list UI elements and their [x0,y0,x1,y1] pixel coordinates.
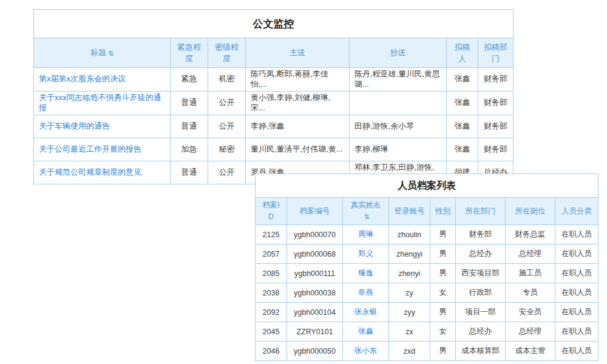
personnel-table-title-row: 人员档案列表 [256,174,599,198]
cell-name: 臻逸 [343,264,389,283]
cell-post: 总经理 [506,244,555,264]
table-row: 2046 ygbh000050 张小东 zxd 男 成本核算部 成本主管 在职人… [256,342,599,361]
cell-name: 章燕 [343,283,389,303]
cell-name: 张鑫 [343,322,389,342]
cell-id: 2038 [256,283,287,303]
cell-urgency: 普通 [171,161,208,184]
cell-account: zxd [389,342,430,361]
doc-col-dept: 拟稿部门 [478,38,514,68]
cell-gender: 男 [430,342,456,361]
page-canvas: 公文监控 标题⇅ 紧急程度 密级程度 主送 抄送 拟稿人 拟稿部门 第x届第x次… [0,0,607,364]
personnel-col-name-label: 真实姓名 [351,201,381,209]
person-name-link[interactable]: 章燕 [358,288,373,297]
cell-urgency: 加急 [171,138,208,161]
doc-table-header-row: 标题⇅ 紧急程度 密级程度 主送 抄送 拟稿人 拟稿部门 [34,38,514,68]
cell-code: ygbh000038 [287,283,343,303]
doc-col-title-label: 标题 [90,48,106,57]
cell-secrecy: 秘密 [208,138,246,161]
cell-dept: 总经办 [456,322,506,342]
doc-title-link[interactable]: 关于规范公司规章制度的意见 [39,167,141,177]
cell-main: 李婷,张鑫 [246,115,350,138]
cell-account: zhengyi [389,244,430,264]
cell-dept: 财务部 [456,225,506,244]
cell-category: 在职人员 [555,342,599,361]
cell-post: 总经理 [506,322,555,342]
personnel-list-table: 人员档案列表 档案ID 档案编号 真实姓名⇅ 登录账号 性别 所在部门 所在岗位… [255,174,599,361]
cell-name: 张永银 [343,303,389,322]
cell-main: 陈巧凤,断郎,蒋丽,李佳怡,... [246,68,350,92]
sort-icon[interactable]: ⇅ [108,49,114,59]
cell-id: 2092 [256,303,287,322]
cell-category: 在职人员 [555,225,599,244]
personnel-col-gender: 性别 [430,198,456,225]
cell-dept: 财务部 [478,138,514,161]
cell-name: 郑义 [343,244,389,264]
person-name-link[interactable]: 张小东 [354,346,378,355]
doc-table-title: 公文监控 [34,10,514,38]
cell-code: ygbh000068 [287,244,343,264]
person-name-link[interactable]: 臻逸 [358,269,373,277]
cell-drafter: 张鑫 [447,115,478,138]
table-row: 关于车辆使用的通告 普通 公开 李婷,张鑫 田静,游恢,余小琴 张鑫 财务部 [34,115,514,138]
doc-col-drafter: 拟稿人 [447,38,478,68]
cell-code: ygbh000111 [287,264,343,283]
cell-dept: 成本核算部 [456,342,506,361]
person-name-link[interactable]: 张永银 [354,308,378,316]
cell-dept: 项目一部 [456,303,506,322]
table-row: 关于xxx同志临危不惧勇斗歹徒的通报 普通 公开 黄小强,李婷,刘健,柳琳,宋.… [34,91,514,115]
doc-title-link[interactable]: 关于xxx同志临危不惧勇斗歹徒的通报 [39,93,161,112]
cell-id: 2085 [256,264,287,283]
cell-id: 2125 [256,225,287,244]
cell-id: 2046 [256,342,287,361]
person-name-link[interactable]: 周琳 [358,230,373,238]
cell-post: 成本主管 [506,342,555,361]
cell-title: 第x届第x次股东会的决议 [34,68,171,92]
cell-account: zyy [389,303,430,322]
cell-account: zy [389,283,430,303]
sort-icon[interactable]: ⇅ [364,212,369,222]
doc-col-title[interactable]: 标题⇅ [34,38,171,68]
personnel-col-code: 档案编号 [287,198,343,225]
cell-id: 2057 [256,244,287,264]
doc-title-link[interactable]: 第x届第x次股东会的决议 [39,74,126,83]
doc-col-main: 主送 [246,38,350,68]
cell-post: 施工员 [506,264,555,283]
doc-col-secrecy: 密级程度 [208,38,246,68]
doc-title-link[interactable]: 关于车辆使用的通告 [39,121,110,130]
doc-col-urgency: 紧急程度 [171,38,208,68]
cell-main: 董川民,董清平,付伟璐,黄... [246,138,350,161]
cell-title: 关于xxx同志临危不惧勇斗歹徒的通报 [34,91,171,115]
cell-secrecy: 公开 [208,115,246,138]
personnel-col-id: 档案ID [256,198,287,225]
personnel-col-name[interactable]: 真实姓名⇅ [343,198,389,225]
cell-code: ZZRY0101 [287,322,343,342]
personnel-col-category: 人员分类 [555,198,599,225]
cell-name: 周琳 [343,225,389,244]
table-row: 2045 ZZRY0101 张鑫 zx 女 总经办 总经理 在职人员 [256,322,599,342]
cell-title: 关于车辆使用的通告 [34,115,171,138]
cell-name: 张小东 [343,342,389,361]
cell-secrecy: 公开 [208,161,246,184]
cell-code: ygbh000070 [287,225,343,244]
table-row: 2057 ygbh000068 郑义 zhengyi 男 总经办 总经理 在职人… [256,244,599,264]
doc-col-cc: 抄送 [350,38,447,68]
cell-account: zhenyi [389,264,430,283]
cell-drafter: 张鑫 [447,68,478,92]
cell-dept: 财务部 [478,91,514,115]
cell-id: 2045 [256,322,287,342]
cell-urgency: 普通 [171,91,208,115]
cell-cc: 李婷,柳琳 [350,138,447,161]
table-row: 2038 ygbh000038 章燕 zy 女 行政部 专员 在职人员 [256,283,599,303]
cell-drafter: 张鑫 [447,91,478,115]
doc-title-link[interactable]: 关于公司最近工作开展的报告 [39,144,141,153]
cell-category: 在职人员 [555,244,599,264]
cell-post: 专员 [506,283,555,303]
personnel-table-title: 人员档案列表 [256,174,599,198]
person-name-link[interactable]: 张鑫 [358,327,373,335]
cell-gender: 女 [430,322,456,342]
cell-main: 黄小强,李婷,刘健,柳琳,宋... [246,91,350,115]
cell-title: 关于规范公司规章制度的意见 [34,161,171,184]
cell-category: 在职人员 [555,264,599,283]
cell-cc: 陈丹,程亚雄,董川民,黄思璐... [350,68,447,92]
person-name-link[interactable]: 郑义 [358,249,373,258]
